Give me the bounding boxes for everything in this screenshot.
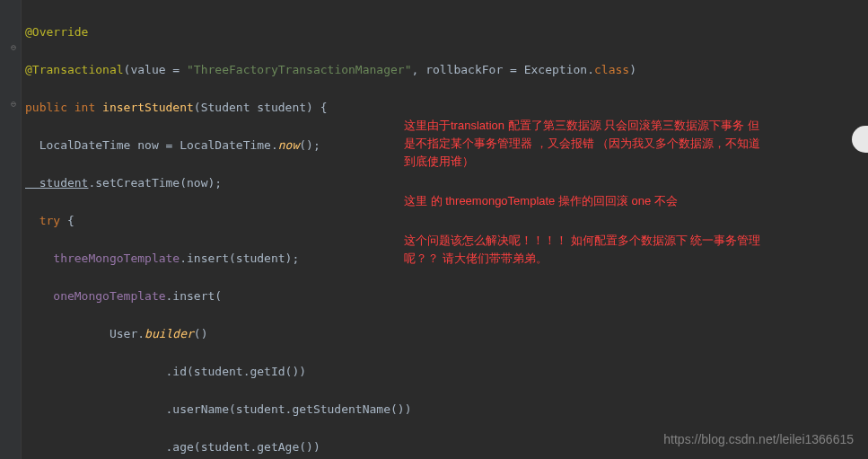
overlay-annotations: 这里由于translation 配置了第三数据源 只会回滚第三数据源下事务 但 … <box>404 117 853 289</box>
annotation-block: 这里 的 threemongoTemplate 操作的回回滚 one 不会 <box>404 192 853 210</box>
code-line: public int insertStudent(Student student… <box>25 98 868 117</box>
code-line: oneMongoTemplate.insert( <box>25 287 868 305</box>
fold-marker-icon[interactable]: ⊖ <box>11 42 16 52</box>
code-line: @Override <box>25 22 868 41</box>
annotation-block: 这个问题该怎么解决呢！！！！ 如何配置多个数据源下 统一事务管理 呢？？ 请大佬… <box>404 232 853 268</box>
annotation-text: 这里由于translation 配置了第三数据源 只会回滚第三数据源下事务 但 <box>404 117 853 135</box>
code-line: .userName(student.getStudentName()) <box>25 400 868 419</box>
annotation-text: 呢？？ 请大佬们带带弟弟。 <box>404 250 853 268</box>
code-line: @Transactional(value = "ThreeFactoryTran… <box>25 60 868 79</box>
watermark-text: https://blog.csdn.net/leilei1366615 <box>663 432 854 446</box>
code-line: .id(student.getId()) <box>25 362 868 381</box>
annotation-text: 到底使用谁） <box>404 153 853 171</box>
annotation-text: 是不指定某个事务管理器 ，又会报错 （因为我又多个数据源，不知道 <box>404 135 853 153</box>
annotation-block: 这里由于translation 配置了第三数据源 只会回滚第三数据源下事务 但 … <box>404 117 853 171</box>
annotation-text: 这里 的 threemongoTemplate 操作的回回滚 one 不会 <box>404 192 853 210</box>
fold-marker-icon[interactable]: ⊖ <box>11 99 16 109</box>
gutter-margin: ⊖ ⊖ <box>0 0 22 459</box>
code-line: User.builder() <box>25 324 868 343</box>
annotation-text: 这个问题该怎么解决呢！！！！ 如何配置多个数据源下 统一事务管理 <box>404 232 853 250</box>
